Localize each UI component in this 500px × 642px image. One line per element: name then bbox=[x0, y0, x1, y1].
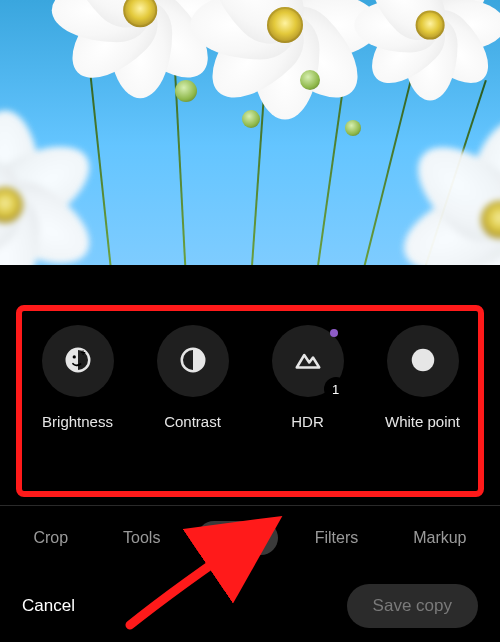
tab-tools[interactable]: Tools bbox=[105, 521, 178, 555]
cancel-button[interactable]: Cancel bbox=[22, 596, 75, 616]
hdr-icon bbox=[293, 345, 323, 378]
badge-text: 1 bbox=[332, 382, 339, 397]
divider bbox=[0, 505, 500, 506]
tab-filters[interactable]: Filters bbox=[297, 521, 377, 555]
svg-point-4 bbox=[411, 348, 434, 371]
save-copy-button[interactable]: Save copy bbox=[347, 584, 478, 628]
white-point-icon bbox=[408, 345, 438, 378]
brightness-icon-circle: + bbox=[42, 325, 114, 397]
contrast-icon bbox=[178, 345, 208, 378]
contrast-icon-circle bbox=[157, 325, 229, 397]
photo-preview bbox=[0, 0, 500, 265]
adjust-option-brightness[interactable]: + Brightness bbox=[23, 325, 133, 430]
editor-panel: + Brightness Contrast 1 bbox=[0, 265, 500, 642]
brightness-icon: + bbox=[63, 345, 93, 378]
svg-text:+: + bbox=[80, 348, 85, 358]
google-one-badge: 1 bbox=[324, 377, 348, 401]
adjust-option-white-point[interactable]: White point bbox=[368, 325, 478, 430]
tab-crop[interactable]: Crop bbox=[15, 521, 86, 555]
tab-adjust[interactable]: Adjust bbox=[197, 521, 277, 555]
adjust-option-contrast[interactable]: Contrast bbox=[138, 325, 248, 430]
adjust-options-row: + Brightness Contrast 1 bbox=[0, 315, 500, 430]
editor-tabs: Crop Tools Adjust Filters Markup bbox=[0, 521, 500, 555]
tab-markup[interactable]: Markup bbox=[395, 521, 484, 555]
editor-footer: Cancel Save copy bbox=[0, 584, 500, 628]
white-point-icon-circle bbox=[387, 325, 459, 397]
adjust-option-hdr[interactable]: 1 HDR bbox=[253, 325, 363, 430]
svg-point-1 bbox=[72, 355, 75, 358]
suggestion-dot-icon bbox=[330, 329, 338, 337]
hdr-icon-circle: 1 bbox=[272, 325, 344, 397]
adjust-option-label: Contrast bbox=[164, 413, 221, 430]
adjust-option-label: White point bbox=[385, 413, 460, 430]
adjust-option-label: HDR bbox=[291, 413, 324, 430]
adjust-option-label: Brightness bbox=[42, 413, 113, 430]
